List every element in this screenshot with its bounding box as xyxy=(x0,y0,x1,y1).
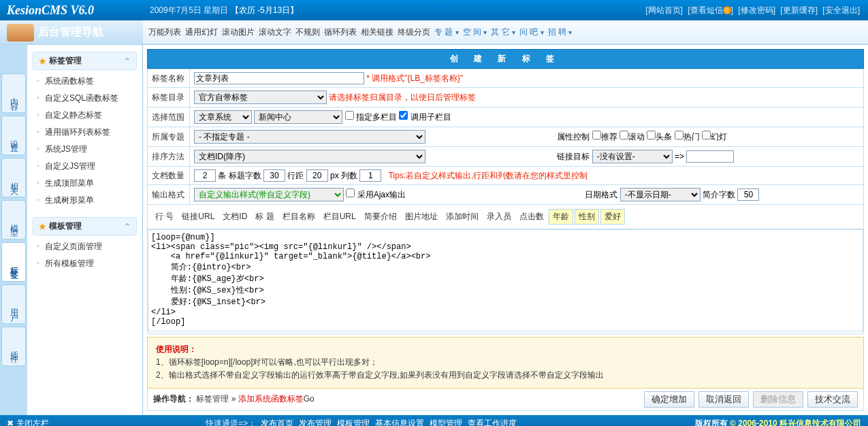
input-link-custom[interactable] xyxy=(686,150,734,163)
nav-item[interactable]: 系统JS管理 xyxy=(33,141,137,158)
toolbar: 万能列表通用幻灯滚动图片滚动文字不规则循环列表相关链接终级分页专 题 ▾空 间 … xyxy=(143,20,868,44)
fast-link[interactable]: 查看工作进度 xyxy=(468,419,517,426)
field-button[interactable]: 链接URL xyxy=(178,210,218,224)
panel-title: 创 建 新 标 签 xyxy=(147,49,864,69)
input-tag-name[interactable] xyxy=(194,72,364,84)
field-button-selected[interactable]: 爱好 xyxy=(600,209,625,225)
fast-link[interactable]: 发布首页 xyxy=(261,419,293,426)
select-sort[interactable]: 文档ID(降序) xyxy=(194,150,425,163)
nav-item[interactable]: 系统函数标签 xyxy=(33,73,137,90)
vtab-3[interactable]: 模型 xyxy=(1,200,26,240)
select-date[interactable]: -不显示日期- xyxy=(620,188,701,201)
input-cols[interactable] xyxy=(359,169,381,182)
label-name: 标签名称 xyxy=(148,69,190,88)
btn-ok[interactable]: 确定增加 xyxy=(644,391,694,408)
vtab-1[interactable]: 设置 xyxy=(1,116,26,155)
vtab-0[interactable]: 内容 xyxy=(1,73,26,113)
nav-item[interactable]: 自定义页面管理 xyxy=(33,238,137,255)
field-button-selected[interactable]: 年龄 xyxy=(549,209,573,225)
nav-item[interactable]: 自定义JS管理 xyxy=(33,158,137,175)
toolbar-item[interactable]: 终级分页 xyxy=(398,27,430,38)
btn-tech[interactable]: 技术交流 xyxy=(807,391,858,408)
nav-item[interactable]: 自定义SQL函数标签 xyxy=(33,90,137,107)
select-scope2[interactable]: 新闻中心 xyxy=(254,110,342,124)
field-button[interactable]: 图片地址 xyxy=(402,210,441,224)
field-button[interactable]: 简要介绍 xyxy=(361,210,400,224)
form-table: 标签名称 * 调用格式"{LB_标签名称}" 标签目录 官方自带标签 请选择标签… xyxy=(147,69,864,334)
field-button[interactable]: 文档ID xyxy=(219,210,251,224)
input-intro-len[interactable] xyxy=(737,189,759,201)
link-home[interactable]: [网站首页] xyxy=(645,5,683,15)
cb-attr[interactable] xyxy=(675,131,684,140)
nav-item[interactable]: 生成树形菜单 xyxy=(33,192,137,209)
fast-link[interactable]: 模型管理 xyxy=(430,419,462,426)
toolbar-dropdown[interactable]: 专 题 ▾ xyxy=(434,27,459,38)
fast-link[interactable]: 发布管理 xyxy=(299,419,332,426)
field-button[interactable]: 点击数 xyxy=(516,210,547,224)
link-logout[interactable]: [安全退出] xyxy=(822,5,860,15)
select-topic[interactable]: - 不指定专题 - xyxy=(194,130,425,144)
input-count[interactable] xyxy=(194,169,216,182)
input-title-len[interactable] xyxy=(263,169,285,182)
close-left-panel[interactable]: ✖ 关闭左栏 xyxy=(7,418,49,426)
toolbar-item[interactable]: 不规则 xyxy=(295,27,320,38)
nav-item[interactable]: 生成顶部菜单 xyxy=(33,175,137,192)
toolbar-dropdown[interactable]: 其 它 ▾ xyxy=(491,27,515,38)
vtab-4[interactable]: 标签 xyxy=(1,242,26,282)
nav-section-title[interactable]: ★模板管理⌃ xyxy=(33,217,137,235)
nav-item[interactable]: 自定义静态标签 xyxy=(33,107,137,124)
toolbar-item[interactable]: 滚动图片 xyxy=(222,27,255,38)
input-row-height[interactable] xyxy=(306,169,328,182)
nav-section-title[interactable]: ★标签管理⌃ xyxy=(33,52,137,70)
cb-attr[interactable] xyxy=(702,131,711,140)
select-linktarget[interactable]: -没有设置- xyxy=(592,150,673,163)
link-cache[interactable]: [更新缓存] xyxy=(780,5,818,15)
template-textarea[interactable]: [loop={@num}] <li><span class="pic"><img… xyxy=(148,229,863,331)
field-button[interactable]: 栏目名称 xyxy=(279,210,319,224)
cb-attr[interactable] xyxy=(647,131,656,140)
select-scope1[interactable]: 文章系统 xyxy=(194,110,252,124)
lunar-text: 【农历 -5月13日】 xyxy=(231,5,298,15)
vtab-2[interactable]: 相关 xyxy=(1,158,26,197)
select-output[interactable]: 自定义输出样式(带自定义字段) xyxy=(194,188,344,201)
link-sms[interactable]: [查看短信0] xyxy=(688,5,733,15)
star-icon: ★ xyxy=(39,222,46,231)
toolbar-item[interactable]: 滚动文字 xyxy=(259,27,291,38)
cb-multi-col[interactable] xyxy=(345,111,354,120)
link-password[interactable]: [修改密码] xyxy=(738,5,775,15)
toolbar-item[interactable]: 万能列表 xyxy=(148,27,181,38)
toolbar-item[interactable]: 相关链接 xyxy=(361,27,393,38)
top-links: [网站首页] [查看短信0] [修改密码] [更新缓存] [安全退出] xyxy=(644,5,861,16)
field-button[interactable]: 录入员 xyxy=(483,210,515,224)
label-scope: 选择范围 xyxy=(148,108,190,127)
cb-attr[interactable] xyxy=(620,131,628,140)
toolbar-item[interactable]: 通用幻灯 xyxy=(185,27,218,38)
cb-attr[interactable] xyxy=(592,131,601,140)
chevron-down-icon: ▾ xyxy=(541,29,544,36)
vtab-6[interactable]: 插件 xyxy=(1,327,26,366)
toolbar-dropdown[interactable]: 招 聘 ▾ xyxy=(548,27,573,38)
nav-item[interactable]: 通用循环列表标签 xyxy=(33,124,137,141)
date-text: 2009年7月5日 星期日 xyxy=(150,5,228,15)
fast-link[interactable]: 基本信息设置 xyxy=(375,419,424,426)
fast-link[interactable]: 模板管理 xyxy=(337,419,370,426)
arrow-icon: ⌃ xyxy=(124,56,131,66)
cb-sub-col[interactable] xyxy=(399,111,408,120)
avatar-icon xyxy=(7,24,34,42)
field-button[interactable]: 栏目URL xyxy=(320,210,359,224)
field-button-selected[interactable]: 性别 xyxy=(575,209,599,225)
field-button[interactable]: 标 题 xyxy=(252,210,277,224)
field-button[interactable]: 添加时间 xyxy=(443,210,482,224)
btn-back[interactable]: 取消返回 xyxy=(698,391,749,408)
cb-ajax[interactable] xyxy=(346,189,355,197)
select-dir[interactable]: 官方自带标签 xyxy=(194,91,327,104)
toolbar-item[interactable]: 循环列表 xyxy=(324,27,357,38)
vtab-5[interactable]: 用户 xyxy=(1,284,26,324)
toolbar-dropdown[interactable]: 空 间 ▾ xyxy=(463,27,487,38)
btn-delete[interactable]: 删除信息 xyxy=(753,391,803,408)
label-attr: 属性控制 xyxy=(557,132,590,142)
toolbar-dropdown[interactable]: 问 吧 ▾ xyxy=(519,27,544,38)
field-button[interactable]: 行 号 xyxy=(152,210,177,224)
usage-title: 使用说明： xyxy=(156,343,855,356)
nav-item[interactable]: 所有模板管理 xyxy=(33,255,137,272)
